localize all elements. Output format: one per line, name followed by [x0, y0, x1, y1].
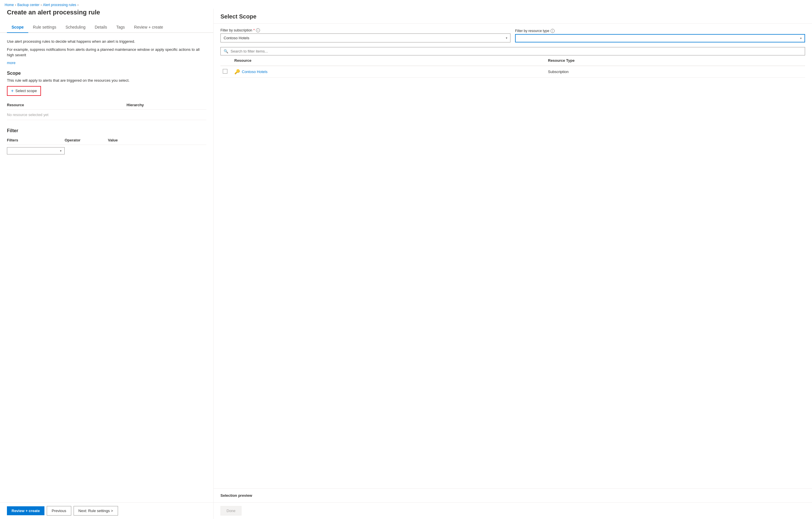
scope-table: Resource Resource Type 🔑 Contoso Hotels — [221, 55, 805, 78]
breadcrumb-sep2: › — [41, 3, 42, 7]
hierarchy-col-header: Hierarchy — [127, 100, 206, 110]
operator-col-header: Operator — [65, 136, 108, 145]
row-checkbox-cell — [221, 66, 232, 78]
right-header: Select Scope — [213, 9, 812, 24]
resource-col-header: Resource — [7, 100, 127, 110]
row-resource-type-cell: Subscription — [546, 66, 805, 78]
filter-title: Filter — [7, 128, 206, 133]
scope-resource-type-col: Resource Type — [546, 55, 805, 66]
breadcrumb-alert-processing-rules[interactable]: Alert processing rules — [43, 3, 76, 7]
required-indicator: * — [253, 28, 255, 32]
scope-checkbox-col — [221, 55, 232, 66]
bottom-bar: Review + create Previous Next: Rule sett… — [0, 502, 213, 519]
tab-rule-settings[interactable]: Rule settings — [28, 22, 61, 33]
select-scope-button[interactable]: + Select scope — [7, 86, 41, 96]
resource-table: Resource Hierarchy No resource selected … — [7, 100, 206, 120]
breadcrumb-backup-center[interactable]: Backup center — [17, 3, 39, 7]
tab-review-create[interactable]: Review + create — [129, 22, 168, 33]
subscription-dropdown[interactable]: Contoso Hotels ▾ — [221, 33, 511, 42]
left-panel: Create an alert processing rule Scope Ru… — [0, 9, 213, 519]
desc-line2: For example, suppress notifications from… — [7, 47, 206, 58]
search-icon: 🔍 — [224, 49, 228, 53]
filter-row: Filter by subscription * i Contoso Hotel… — [221, 28, 805, 42]
subscription-filter-field: Filter by subscription * i Contoso Hotel… — [221, 28, 511, 42]
left-content: Use alert processing rules to decide wha… — [0, 39, 213, 502]
breadcrumb: Home › Backup center › Alert processing … — [0, 0, 812, 9]
value-col-header: Value — [108, 136, 206, 145]
breadcrumb-sep1: › — [15, 3, 16, 7]
filters-dropdown-row: ▾ — [7, 147, 206, 154]
resource-type-info-icon[interactable]: i — [551, 29, 555, 33]
breadcrumb-sep3: › — [77, 3, 79, 7]
right-panel: Select Scope Filter by subscription * i … — [213, 9, 812, 519]
filter-grid: Filters Operator Value — [7, 136, 206, 145]
table-row-empty: No resource selected yet — [7, 109, 206, 120]
tab-scheduling[interactable]: Scheduling — [61, 22, 90, 33]
search-box[interactable]: 🔍 — [221, 47, 805, 55]
selection-preview-title: Selection preview — [221, 493, 805, 498]
chevron-down-icon: ▾ — [60, 149, 61, 152]
resource-type-chevron-icon: ▾ — [800, 37, 802, 40]
filters-col-header: Filters — [7, 136, 65, 145]
right-bottom-bar: Done — [213, 502, 812, 519]
select-scope-title: Select Scope — [221, 13, 805, 20]
page-title: Create an alert processing rule — [0, 9, 213, 16]
subscription-filter-label: Filter by subscription * i — [221, 28, 511, 32]
subscription-chevron-icon: ▾ — [506, 36, 507, 39]
select-scope-label: Select scope — [15, 89, 37, 93]
resource-type-filter-field: Filter by resource type i ▾ — [515, 29, 805, 42]
breadcrumb-home[interactable]: Home — [5, 3, 14, 7]
plus-icon: + — [11, 88, 13, 93]
scope-resource-col: Resource — [232, 55, 546, 66]
scope-subtitle: This rule will apply to alerts that are … — [7, 78, 206, 83]
resource-name: Contoso Hotels — [242, 69, 267, 74]
key-icon: 🔑 — [234, 69, 240, 75]
tab-scope[interactable]: Scope — [7, 22, 28, 33]
tab-details[interactable]: Details — [90, 22, 112, 33]
row-resource-cell: 🔑 Contoso Hotels — [232, 66, 546, 78]
subscription-info-icon[interactable]: i — [256, 28, 260, 32]
tab-bar: Scope Rule settings Scheduling Details T… — [0, 22, 213, 33]
review-create-button[interactable]: Review + create — [7, 506, 45, 515]
search-input[interactable] — [231, 49, 802, 53]
done-button[interactable]: Done — [221, 506, 241, 516]
next-rule-settings-button[interactable]: Next: Rule settings > — [74, 506, 118, 516]
resource-type-filter-label: Filter by resource type i — [515, 29, 805, 33]
filter-section: Filter Filters Operator Value ▾ — [7, 128, 206, 154]
desc-line1: Use alert processing rules to decide wha… — [7, 39, 206, 45]
previous-button[interactable]: Previous — [47, 506, 71, 516]
empty-text: No resource selected yet — [7, 109, 206, 120]
selection-preview: Selection preview — [213, 488, 812, 502]
row-checkbox[interactable] — [223, 69, 227, 74]
scope-table-row: 🔑 Contoso Hotels Subscription — [221, 66, 805, 78]
resource-link[interactable]: 🔑 Contoso Hotels — [234, 69, 543, 75]
tab-tags[interactable]: Tags — [112, 22, 129, 33]
more-link[interactable]: more — [7, 61, 16, 65]
right-content: Filter by subscription * i Contoso Hotel… — [213, 24, 812, 488]
scope-section-title: Scope — [7, 71, 206, 76]
filters-dropdown[interactable]: ▾ — [7, 147, 65, 154]
resource-type-dropdown[interactable]: ▾ — [515, 34, 805, 42]
subscription-value: Contoso Hotels — [224, 36, 249, 40]
